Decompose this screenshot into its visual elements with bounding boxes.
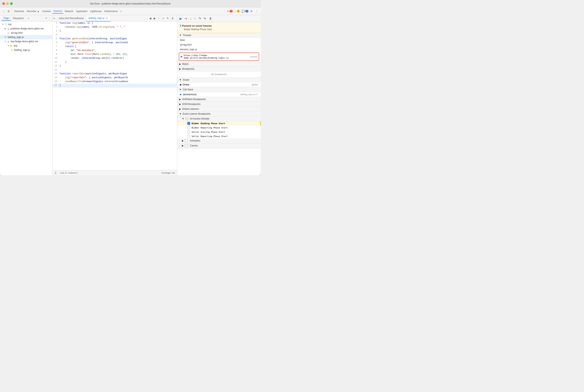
threads-content: Main ad-tag.html decision_logic.js ▶ htt… [177, 38, 261, 62]
step-out-button[interactable]: ↑ [193, 16, 196, 21]
sources-tab[interactable]: Sources [52, 9, 63, 14]
performance-tab[interactable]: Performance [103, 9, 119, 14]
xhr-breakpoints-header[interactable]: ▶ XHR/fetch Breakpoints [177, 97, 261, 102]
tree-label-top: top [8, 23, 11, 26]
nav-forward-button[interactable]: ⇢ [161, 16, 165, 20]
deactivate-breakpoints-button[interactable]: ✎ [203, 16, 207, 21]
lighthouse-tab[interactable]: Lighthouse [89, 9, 103, 14]
thread-decision-logic[interactable]: decision_logic.js [177, 47, 261, 52]
elements-tab[interactable]: Elements [13, 9, 25, 14]
tab-index-html[interactable]: index.html?fencedframe [56, 15, 86, 22]
ad-auction-checkbox[interactable]: — [185, 117, 188, 120]
more-tabs-button[interactable]: » [119, 9, 123, 14]
tree-item-dsp-cloud[interactable]: ▼ ☁ dsp-fledge-demo.glitch.me [0, 39, 52, 44]
threads-header[interactable]: ▼ Threads [177, 33, 261, 38]
folder-icon-top: ☐ [4, 23, 7, 26]
thread-main[interactable]: Main [177, 38, 261, 42]
network-tab[interactable]: Network [64, 9, 74, 14]
nav-next-button[interactable]: ▶ [153, 16, 157, 20]
main-toolbar: ⬚ ⊞ Elements Recorder ▲ Console Sources … [0, 8, 261, 15]
tree-item-bidding-logic-top[interactable]: ⚙ bidding_logic.js [0, 35, 52, 39]
bp-seller-scoring[interactable]: Seller Scoring Phase Start [177, 130, 261, 134]
code-line-11: 11 } [52, 60, 177, 64]
nav-edit-button[interactable]: ✎ [166, 16, 170, 20]
debug-toolbar: ▶ ↪ ↓ ↑ ↷ ✎ ⏸ [177, 15, 261, 22]
nav-prev-button[interactable]: ◀ [148, 16, 152, 20]
bp-bidder-bidding-checkbox[interactable]: ✓ [187, 122, 190, 125]
tab-bidding-logic[interactable]: bidding_logic.js ✕ [86, 15, 110, 22]
file-panel-sync-icon: ⟳ [45, 17, 47, 20]
step-button[interactable]: ↷ [198, 16, 202, 21]
nav-pause-button[interactable]: ⏸ [170, 16, 175, 20]
call-stack-anonymous[interactable]: ▶ (anonymous) bidding_logic.js:17 [177, 92, 261, 97]
thread-ad-tag[interactable]: ad-tag.html [177, 42, 261, 47]
ad-auction-header[interactable]: ▼ — Ad Auction Worklet [177, 116, 261, 121]
file-tree: ▼ ☐ top ▶ ☁ publisher-fledge-demo.glitch… [0, 22, 52, 175]
format-button[interactable]: {} [55, 172, 56, 174]
scope-global-label: Global [182, 83, 189, 86]
animation-header[interactable]: ▶ Animation [177, 138, 261, 143]
tree-item-publisher[interactable]: ▶ ☁ publisher-fledge-demo.glitch.me [0, 26, 52, 31]
more-file-tabs[interactable]: » [26, 16, 31, 20]
nav-up-button[interactable]: ↑ [157, 16, 160, 20]
thread-active[interactable]: ▶ https://dsp-fledge-demo.glitch.me/dsp/… [179, 52, 259, 61]
bp-seller-reporting-checkbox[interactable] [187, 135, 190, 138]
cloud-icon-publisher: ☁ [6, 27, 10, 30]
canvas-checkbox[interactable] [185, 144, 187, 147]
layers-button[interactable]: ⊞ [6, 9, 11, 14]
bp-seller-reporting[interactable]: Seller Reporting Phase Start [177, 134, 261, 138]
line-content-16: sendReportTo(browserSignals.interestGrou… [59, 80, 177, 84]
tree-arrow-dsp-folder: ▼ [7, 44, 10, 47]
code-line-4: 4 [52, 33, 177, 37]
info-icon: ℹ [180, 24, 181, 27]
tree-item-bidding-logic-js[interactable]: ■ bidding_logic.js [0, 48, 52, 52]
tab-close-icon[interactable]: ✕ [106, 17, 108, 20]
breakpoints-header[interactable]: ▶ Breakpoints [177, 66, 261, 72]
settings-button[interactable]: ⚙ [249, 9, 254, 14]
step-into-button[interactable]: ↓ [189, 16, 192, 21]
global-listeners-header[interactable]: ▶ Global Listeners [177, 107, 261, 112]
application-tab[interactable]: Application [75, 9, 89, 14]
bp-bidder-bidding[interactable]: ✓ Bidder Bidding Phase Start [177, 121, 261, 126]
animation-checkbox[interactable] [185, 139, 187, 142]
resume-button[interactable]: ▶ [179, 16, 183, 21]
maximize-button[interactable] [10, 2, 13, 5]
bp-seller-scoring-checkbox[interactable] [187, 130, 190, 133]
performance-label: Performance [104, 10, 118, 13]
minimize-button[interactable] [6, 2, 9, 5]
close-button[interactable] [2, 2, 5, 5]
line-content-9: bid: Math.floor(Math.random() * 100, 10)… [59, 52, 177, 56]
event-listener-bp-header[interactable]: ▼ Event Listener Breakpoints [177, 112, 261, 116]
code-line-16: 16 sendReportTo(browserSignals.interestG… [52, 80, 177, 84]
line-number-5: 5 [52, 37, 59, 41]
window-title: DevTools - publisher-fledge-demo.glitch.… [90, 2, 171, 5]
call-stack-header[interactable]: ▼ Call Stack [177, 87, 261, 92]
page-tab[interactable]: Page [1, 16, 11, 21]
scope-header[interactable]: ▼ Scope [177, 78, 261, 82]
thread-active-status: paused [250, 56, 257, 58]
step-over-button[interactable]: ↪ [184, 16, 188, 21]
code-editor[interactable]: 1 function log(label, o) { 2 console.log… [52, 22, 177, 170]
traffic-lights [2, 2, 13, 5]
tree-item-top[interactable]: ▼ ☐ top [0, 22, 52, 26]
bp-bidder-reporting[interactable]: Bidder Reporting Phase Start [177, 126, 261, 130]
line-number-6: 6 [52, 41, 59, 44]
file-panel-more-icon: ⋮ [48, 17, 51, 20]
scope-global[interactable]: ▶ Global global [177, 82, 261, 87]
bp-bidder-reporting-checkbox[interactable] [187, 126, 190, 129]
more-options-button[interactable]: ⋮ [254, 9, 259, 14]
tree-item-ad-tag[interactable]: ◻ ad-tag.html [0, 31, 52, 35]
canvas-header[interactable]: ▶ Canvas [177, 143, 261, 148]
code-line-1: 1 function log(label, o) { [52, 22, 177, 25]
watch-header[interactable]: ▶ Watch [177, 62, 261, 66]
filesystem-tab[interactable]: Filesystem [11, 16, 26, 20]
cursor-tool-button[interactable]: ⬚ [1, 9, 6, 14]
tree-label-dsp-folder: dsp [13, 44, 17, 47]
tree-item-dsp-folder[interactable]: ▼ 📁 dsp [0, 44, 52, 48]
console-tab[interactable]: Console [41, 9, 52, 14]
recorder-tab[interactable]: Recorder ▲ [26, 9, 41, 14]
code-line-15: 15 log("reportWin", { auctionSignals, pe… [52, 76, 177, 80]
pause-on-exceptions-button[interactable]: ⏸ [208, 16, 213, 21]
line-content-3: } [59, 29, 177, 33]
dom-breakpoints-header[interactable]: ▶ DOM Breakpoints [177, 102, 261, 107]
